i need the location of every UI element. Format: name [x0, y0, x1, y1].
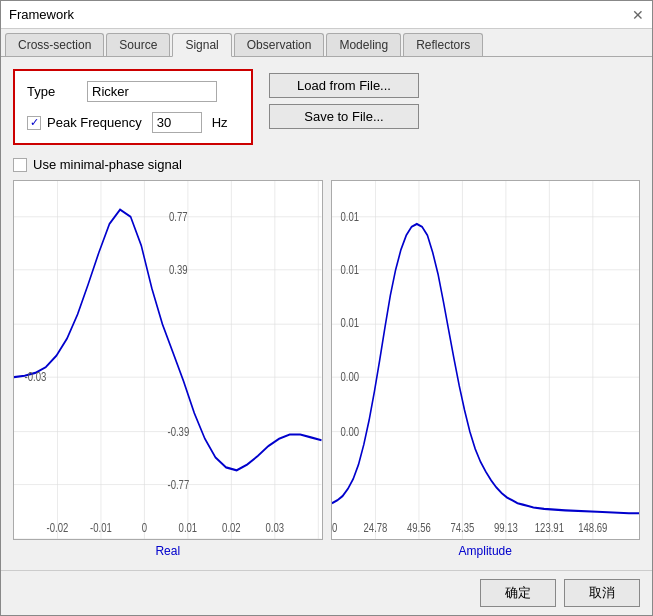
tab-cross-section[interactable]: Cross-section — [5, 33, 104, 56]
tab-reflectors[interactable]: Reflectors — [403, 33, 483, 56]
svg-text:-0.03: -0.03 — [25, 370, 47, 384]
save-to-file-button[interactable]: Save to File... — [269, 104, 419, 129]
peak-freq-checkbox[interactable] — [27, 116, 41, 130]
minimal-phase-checkbox[interactable] — [13, 158, 27, 172]
amplitude-chart-box: 0.01 0.01 0.01 0.00 0.00 0 24.78 49.56 7… — [331, 180, 641, 540]
peak-freq-label: Peak Frequency — [47, 115, 142, 130]
real-chart-container: 0.77 0.39 -0.03 -0.39 -0.77 -0.02 -0.01 … — [13, 180, 323, 558]
confirm-button[interactable]: 确定 — [480, 579, 556, 607]
amplitude-chart-container: 0.01 0.01 0.01 0.00 0.00 0 24.78 49.56 7… — [331, 180, 641, 558]
svg-text:0.01: 0.01 — [340, 210, 359, 224]
svg-text:74.35: 74.35 — [450, 520, 474, 534]
svg-text:0.77: 0.77 — [169, 210, 188, 224]
svg-text:0: 0 — [142, 520, 147, 534]
svg-text:0.39: 0.39 — [169, 263, 188, 277]
window-title: Framework — [9, 7, 74, 22]
tab-source[interactable]: Source — [106, 33, 170, 56]
svg-text:0.00: 0.00 — [340, 370, 359, 384]
real-chart-svg: 0.77 0.39 -0.03 -0.39 -0.77 -0.02 -0.01 … — [14, 181, 322, 539]
signal-params-panel: Type Ricker Peak Frequency Hz — [13, 69, 253, 145]
svg-text:-0.02: -0.02 — [47, 520, 69, 534]
content-area: Type Ricker Peak Frequency Hz — [1, 57, 652, 570]
real-chart-label: Real — [155, 544, 180, 558]
type-row: Type Ricker — [27, 81, 239, 102]
top-row: Type Ricker Peak Frequency Hz — [13, 69, 640, 145]
tab-observation[interactable]: Observation — [234, 33, 325, 56]
svg-text:0.01: 0.01 — [340, 316, 359, 330]
peak-freq-row: Peak Frequency Hz — [27, 112, 239, 133]
real-chart-box: 0.77 0.39 -0.03 -0.39 -0.77 -0.02 -0.01 … — [13, 180, 323, 540]
load-from-file-button[interactable]: Load from File... — [269, 73, 419, 98]
tab-bar: Cross-section Source Signal Observation … — [1, 29, 652, 57]
hz-label: Hz — [212, 115, 228, 130]
svg-text:-0.39: -0.39 — [167, 425, 189, 439]
svg-text:0.01: 0.01 — [340, 263, 359, 277]
footer: 确定 取消 — [1, 570, 652, 615]
charts-row: 0.77 0.39 -0.03 -0.39 -0.77 -0.02 -0.01 … — [13, 180, 640, 558]
amplitude-chart-label: Amplitude — [459, 544, 512, 558]
svg-text:0.02: 0.02 — [222, 520, 241, 534]
svg-text:49.56: 49.56 — [407, 520, 431, 534]
titlebar: Framework ✕ — [1, 1, 652, 29]
type-label: Type — [27, 84, 87, 99]
minimal-phase-row: Use minimal-phase signal — [13, 157, 640, 172]
svg-text:123.91: 123.91 — [534, 520, 563, 534]
svg-text:0: 0 — [332, 520, 337, 534]
svg-text:99.13: 99.13 — [493, 520, 517, 534]
svg-text:0.01: 0.01 — [179, 520, 198, 534]
minimal-phase-label: Use minimal-phase signal — [33, 157, 182, 172]
peak-freq-input[interactable] — [152, 112, 202, 133]
file-buttons-panel: Load from File... Save to File... — [269, 69, 419, 129]
type-combo-wrapper: Ricker — [87, 81, 217, 102]
svg-text:0.03: 0.03 — [266, 520, 285, 534]
tab-signal[interactable]: Signal — [172, 33, 231, 57]
close-button[interactable]: ✕ — [632, 8, 644, 22]
svg-text:24.78: 24.78 — [363, 520, 387, 534]
tab-modeling[interactable]: Modeling — [326, 33, 401, 56]
svg-text:-0.01: -0.01 — [90, 520, 112, 534]
svg-text:-0.77: -0.77 — [167, 478, 189, 492]
main-window: Framework ✕ Cross-section Source Signal … — [0, 0, 653, 616]
svg-text:148.69: 148.69 — [578, 520, 607, 534]
cancel-button[interactable]: 取消 — [564, 579, 640, 607]
amplitude-chart-svg: 0.01 0.01 0.01 0.00 0.00 0 24.78 49.56 7… — [332, 181, 640, 539]
type-select[interactable]: Ricker — [87, 81, 217, 102]
svg-text:0.00: 0.00 — [340, 425, 359, 439]
